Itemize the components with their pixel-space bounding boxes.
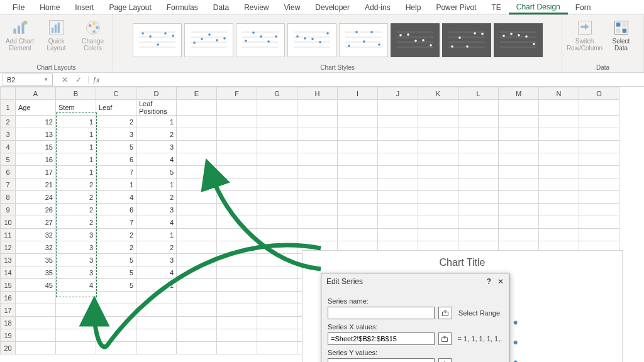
cell[interactable]: [16, 292, 56, 304]
cell[interactable]: [418, 141, 458, 153]
cell[interactable]: [177, 342, 217, 354]
cell[interactable]: [378, 141, 418, 153]
cell[interactable]: [257, 266, 297, 279]
cell[interactable]: 2: [56, 216, 96, 229]
cell[interactable]: [579, 166, 619, 178]
cell[interactable]: [257, 304, 297, 317]
cell[interactable]: [257, 178, 297, 191]
cell[interactable]: [177, 279, 217, 292]
cell[interactable]: [418, 116, 458, 128]
cell[interactable]: 5: [96, 266, 136, 279]
cell[interactable]: [217, 204, 257, 216]
row-header[interactable]: 1: [1, 100, 16, 116]
cell[interactable]: [458, 116, 499, 128]
row-header[interactable]: 19: [1, 329, 16, 342]
cell[interactable]: 13: [16, 128, 56, 141]
tab-te[interactable]: TE: [484, 1, 508, 14]
cell[interactable]: [96, 317, 136, 329]
add-chart-element-button[interactable]: Add Chart Element: [4, 18, 36, 53]
cell[interactable]: 1: [96, 178, 136, 191]
cell[interactable]: [257, 292, 297, 304]
chart-title[interactable]: Chart Title: [303, 251, 622, 268]
cell[interactable]: 35: [16, 266, 56, 279]
cell[interactable]: [257, 254, 297, 266]
row-header[interactable]: 15: [1, 279, 16, 292]
chart-style-thumb[interactable]: [184, 23, 233, 57]
cell[interactable]: 24: [16, 191, 56, 204]
cell[interactable]: [378, 204, 418, 216]
cell[interactable]: [539, 166, 579, 178]
cell[interactable]: [458, 153, 499, 166]
cell[interactable]: [579, 128, 619, 141]
column-header[interactable]: J: [378, 87, 418, 100]
column-header[interactable]: B: [56, 87, 96, 100]
cell[interactable]: Stem: [56, 100, 96, 116]
cell[interactable]: 3: [56, 241, 96, 254]
cell[interactable]: [217, 342, 257, 354]
cell[interactable]: [217, 304, 257, 317]
cell[interactable]: 32: [16, 241, 56, 254]
cell[interactable]: [177, 204, 217, 216]
cell[interactable]: [378, 216, 418, 229]
chart-style-thumb[interactable]: [494, 23, 543, 57]
help-icon[interactable]: ?: [487, 277, 491, 286]
cell[interactable]: [338, 178, 378, 191]
cell[interactable]: [338, 216, 378, 229]
cell[interactable]: [177, 191, 217, 204]
row-header[interactable]: 16: [1, 292, 16, 304]
cell[interactable]: [539, 116, 579, 128]
row-header[interactable]: 8: [1, 191, 16, 204]
cell[interactable]: [499, 100, 539, 116]
tab-forn[interactable]: Forn: [568, 1, 599, 14]
cell[interactable]: [257, 342, 297, 354]
cell[interactable]: [499, 116, 539, 128]
cell[interactable]: [499, 141, 539, 153]
tab-add-ins[interactable]: Add-ins: [357, 1, 398, 14]
cell[interactable]: [177, 304, 217, 317]
cell[interactable]: [297, 204, 338, 216]
cell[interactable]: Leaf Positions: [136, 100, 177, 116]
column-header[interactable]: H: [297, 87, 338, 100]
cell[interactable]: [217, 153, 257, 166]
cell[interactable]: [217, 292, 257, 304]
cell[interactable]: [579, 141, 619, 153]
cell[interactable]: [297, 178, 338, 191]
column-header[interactable]: E: [177, 87, 217, 100]
cell[interactable]: [177, 128, 217, 141]
cell[interactable]: [579, 153, 619, 166]
cell[interactable]: 5: [96, 254, 136, 266]
cell[interactable]: 1: [56, 166, 96, 178]
cell[interactable]: [539, 229, 579, 241]
column-header[interactable]: G: [257, 87, 297, 100]
cell[interactable]: [378, 128, 418, 141]
cell[interactable]: [177, 166, 217, 178]
cell[interactable]: 1: [136, 116, 177, 128]
cell[interactable]: 1: [136, 229, 177, 241]
cell[interactable]: [96, 329, 136, 342]
cell[interactable]: [297, 216, 338, 229]
chart-style-thumb[interactable]: [391, 23, 440, 57]
cell[interactable]: [378, 100, 418, 116]
cell[interactable]: [217, 166, 257, 178]
cell[interactable]: [338, 116, 378, 128]
cell[interactable]: 2: [96, 229, 136, 241]
cell[interactable]: [338, 128, 378, 141]
cell[interactable]: [257, 329, 297, 342]
cell[interactable]: [378, 166, 418, 178]
tab-insert[interactable]: Insert: [67, 1, 101, 14]
row-header[interactable]: 6: [1, 166, 16, 178]
row-header[interactable]: 3: [1, 128, 16, 141]
column-header[interactable]: M: [499, 87, 539, 100]
cell[interactable]: 1: [56, 116, 96, 128]
cell[interactable]: [16, 342, 56, 354]
row-header[interactable]: 14: [1, 266, 16, 279]
cell[interactable]: 5: [96, 141, 136, 153]
column-header[interactable]: K: [418, 87, 458, 100]
fx-label[interactable]: ƒx: [88, 76, 104, 84]
cell[interactable]: [458, 100, 499, 116]
cell[interactable]: [378, 116, 418, 128]
cell[interactable]: [257, 153, 297, 166]
cell[interactable]: [56, 342, 96, 354]
row-header[interactable]: 9: [1, 204, 16, 216]
series-name-input[interactable]: [328, 307, 435, 319]
